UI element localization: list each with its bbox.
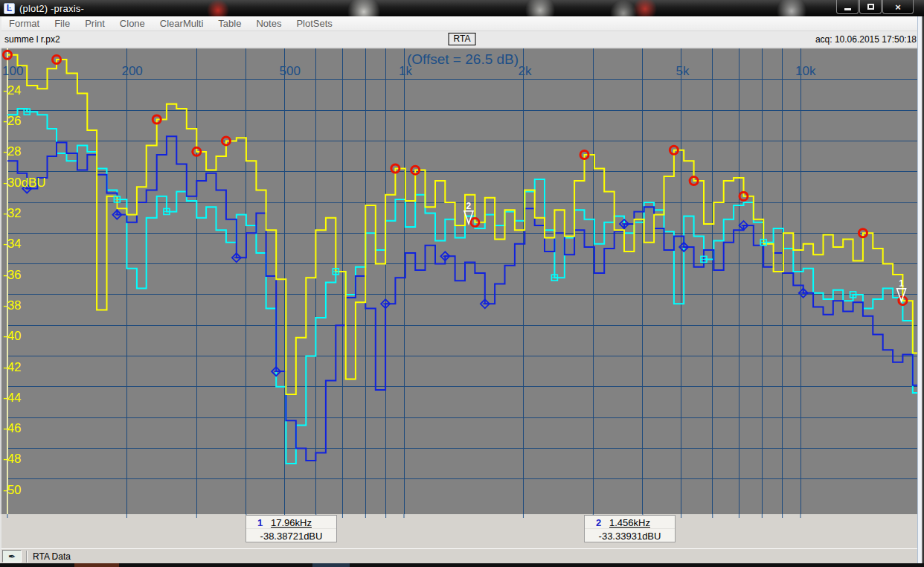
y-axis-label: -34: [3, 237, 22, 251]
cursor-number-label: 1: [899, 278, 904, 289]
minimize-icon: [844, 8, 851, 10]
y-axis-label: -28: [3, 144, 22, 158]
status-bar: ✒ RTA Data: [0, 548, 924, 563]
x-axis-label: 100: [2, 64, 23, 78]
y-axis-label: -42: [3, 360, 22, 374]
y-axis-label: -38: [3, 298, 22, 313]
menu-bar: Format File Print Clone ClearMulti Table…: [0, 16, 924, 31]
cursor-2-level: -33.33931dBU: [585, 529, 675, 542]
y-axis-label: -46: [3, 421, 22, 435]
rta-mode-badge[interactable]: RTA: [449, 33, 476, 45]
x-axis-label: 5k: [676, 64, 690, 78]
x-axis-label: 200: [121, 64, 142, 78]
cursor-1-frequency[interactable]: 17.96kHz: [246, 517, 336, 528]
y-axis-label: -44: [3, 391, 22, 405]
menu-notes[interactable]: Notes: [248, 18, 289, 29]
x-axis-label: 2k: [518, 64, 531, 78]
status-text: RTA Data: [33, 551, 71, 562]
feather-icon: ✒: [8, 551, 16, 562]
y-axis-label: -30dBU: [3, 176, 46, 190]
window-right-border: [917, 16, 924, 563]
menu-format[interactable]: Format: [1, 18, 47, 29]
cursor-readout-strip: 1 17.96kHz -38.38721dBU 2 1.456kHz -33.3…: [0, 514, 924, 548]
title-bar[interactable]: Ŀ (plot2) -praxis- ×: [0, 0, 924, 16]
cursor-readout-2[interactable]: 2 1.456kHz -33.33931dBU: [584, 515, 676, 542]
minimize-button[interactable]: [836, 0, 859, 14]
menu-clearmulti[interactable]: ClearMulti: [153, 18, 211, 29]
maximize-icon: [867, 4, 874, 10]
y-axis-label: -40: [3, 329, 22, 343]
menu-clone[interactable]: Clone: [112, 18, 153, 29]
window-bottom-edge: [0, 563, 924, 567]
cursor-number-label: 2: [466, 201, 472, 211]
y-axis-label: -24: [3, 83, 22, 97]
window-left-border: [0, 16, 1, 563]
menu-print[interactable]: Print: [77, 18, 112, 29]
status-separator: [26, 551, 27, 563]
loaded-file-name: summe l r.px2: [4, 34, 60, 45]
y-axis-label: -36: [3, 268, 22, 282]
rta-plot-area[interactable]: 1002005001k2k5k10k-24-26-28-30dBU-32-34-…: [0, 48, 924, 514]
menu-table[interactable]: Table: [211, 18, 248, 29]
status-icon-panel[interactable]: ✒: [2, 550, 22, 563]
y-axis-label: -50: [3, 483, 22, 497]
close-button[interactable]: ×: [882, 0, 914, 14]
cursor-readout-1[interactable]: 1 17.96kHz -38.38721dBU: [246, 515, 337, 542]
menu-file[interactable]: File: [47, 18, 77, 29]
window-title: (plot2) -praxis-: [19, 3, 84, 14]
y-axis-label: -32: [3, 206, 22, 220]
praxis-window: Ŀ (plot2) -praxis- × Format File Print C…: [0, 0, 924, 567]
y-axis-label: -26: [3, 114, 22, 128]
rta-plot-svg[interactable]: 1002005001k2k5k10k-24-26-28-30dBU-32-34-…: [0, 48, 924, 515]
x-axis-label: 10k: [795, 64, 816, 78]
x-axis-label: 500: [280, 64, 301, 78]
offset-annotation: (Offset = 26.5 dB): [407, 51, 519, 67]
frequency-ticks: [0, 514, 924, 520]
praxis-app-icon: Ŀ: [4, 3, 15, 14]
close-icon: ×: [895, 2, 901, 12]
trace-rta-cyan: [7, 109, 923, 464]
cursor-1-level: -38.38721dBU: [246, 529, 336, 542]
info-bar: summe l r.px2 RTA acq: 10.06.2015 17:50:…: [0, 31, 924, 48]
maximize-button[interactable]: [859, 0, 882, 14]
y-axis-label: -48: [3, 452, 22, 466]
menu-plotsets[interactable]: PlotSets: [289, 18, 339, 29]
acquisition-timestamp: acq: 10.06.2015 17:50:18: [815, 34, 917, 45]
cursor-2-frequency[interactable]: 1.456kHz: [585, 517, 675, 528]
